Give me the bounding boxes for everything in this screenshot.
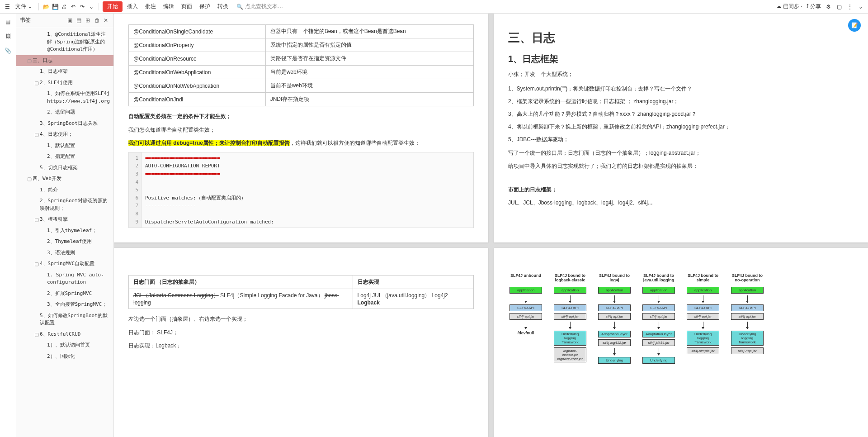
- heading-2: 1、日志框架: [508, 53, 854, 65]
- print-icon[interactable]: 🖨: [61, 3, 68, 10]
- code-block: 123456789 =========================AUTO-…: [128, 152, 474, 228]
- bookmark-item[interactable]: 2、Thymeleaf使用: [16, 236, 113, 247]
- bookmark-item[interactable]: 1、日志框架: [16, 66, 113, 77]
- document-page: 日志门面 （日志的抽象层） 日志实现 JCL（Jakarta Commons L…: [114, 248, 488, 437]
- doc-text: 日志门面： SLF4J；: [128, 328, 474, 338]
- doc-text: 小张；开发一个大型系统；: [508, 70, 854, 80]
- expand-icon[interactable]: ▤: [76, 17, 83, 24]
- more-icon[interactable]: ⌄: [88, 3, 95, 10]
- bookmark-item[interactable]: 5、切换日志框架: [16, 162, 113, 174]
- add-bookmark-icon[interactable]: ▣: [67, 17, 74, 24]
- bookmark-item[interactable]: ▢6、RestfulCRUD: [16, 329, 113, 340]
- settings-icon[interactable]: ⚙: [825, 3, 832, 10]
- bookmarks-icon[interactable]: ▤: [4, 17, 13, 26]
- document-page: SLF4J unbound application SLF4J API slf4…: [494, 248, 868, 437]
- bookmark-item[interactable]: 2）、国际化: [16, 351, 113, 362]
- doc-text: 市面上的日志框架；: [508, 185, 854, 195]
- doc-text: 左边选一个门面（抽象层）、右边来选一个实现；: [128, 314, 474, 324]
- bookmark-item[interactable]: 3、全面接管SpringMVC；: [16, 299, 113, 310]
- main-toolbar: ☰ 文件 ⌄ 📂 💾 🖨 ↶ ↷ ⌄ 开始 插入 批注 编辑 页面 保护 转换 …: [0, 0, 868, 14]
- left-rail: ▤ 🖼 📎: [0, 14, 16, 437]
- tab-start[interactable]: 开始: [103, 1, 123, 12]
- search-box[interactable]: 🔍 点此查找文本…: [236, 3, 283, 10]
- tab-convert[interactable]: 转换: [215, 2, 231, 11]
- redo-icon[interactable]: ↷: [79, 3, 86, 10]
- doc-text: JUL、JCL、Jboss-logging、logback、log4j、log4…: [508, 198, 854, 208]
- bookmark-item[interactable]: 1、@Conditional派生注解（Spring注解版原生的@Conditio…: [16, 29, 113, 55]
- bookmark-item[interactable]: 5、如何修改SpringBoot的默认配置: [16, 310, 113, 329]
- bookmark-item[interactable]: 2、遗留问题: [16, 107, 113, 118]
- bookmark-item[interactable]: 3、SpringBoot日志关系: [16, 118, 113, 129]
- bookmark-item[interactable]: ▢四、Web开发: [16, 173, 113, 185]
- bookmark-item[interactable]: 1、引入thymeleaf；: [16, 225, 113, 237]
- bookmark-item[interactable]: 1）、默认访问首页: [16, 340, 113, 351]
- delete-icon[interactable]: 🗑: [94, 17, 101, 24]
- window-icon[interactable]: ▢: [835, 3, 843, 10]
- close-sidebar-icon[interactable]: ✕: [104, 17, 110, 24]
- attachments-icon[interactable]: 📎: [4, 46, 13, 55]
- tab-edit[interactable]: 编辑: [160, 2, 177, 11]
- doc-text: 日志实现：Logback；: [128, 341, 474, 351]
- bookmark-tree: 1、@Conditional派生注解（Spring注解版原生的@Conditio…: [16, 27, 113, 437]
- bookmark-item[interactable]: 1、简介: [16, 185, 113, 196]
- search-icon: 🔍: [236, 4, 243, 10]
- doc-text: 给项目中导入具体的日志实现就行了；我们之前的日志框架都是实现的抽象层；: [508, 162, 854, 171]
- open-icon[interactable]: 📂: [42, 3, 50, 10]
- menu-icon[interactable]: ☰: [4, 3, 11, 10]
- doc-text: 我们可以通过启用 debug=true属性；来让控制台打印自动配置报告，这样我们…: [128, 138, 474, 148]
- doc-text: 我们怎么知道哪些自动配置类生效；: [128, 125, 474, 135]
- tab-comment[interactable]: 批注: [142, 2, 159, 11]
- bookmark-item[interactable]: 2、SpringBoot对静态资源的映射规则；: [16, 195, 113, 214]
- heading-1: 三、日志: [508, 30, 854, 46]
- bookmark-item[interactable]: ▢2、SLF4j使用: [16, 77, 113, 89]
- float-action-button[interactable]: 📝: [848, 19, 861, 32]
- bookmark-item[interactable]: ▢4、日志使用；: [16, 129, 113, 140]
- log-framework-table: 日志门面 （日志的抽象层） 日志实现 JCL（Jakarta Commons L…: [128, 275, 474, 309]
- bookmark-item[interactable]: ▢4、SpringMVC自动配置: [16, 258, 113, 270]
- tab-page[interactable]: 页面: [179, 2, 195, 11]
- dropdown-icon[interactable]: ⌄: [857, 3, 864, 10]
- bookmark-item[interactable]: 2、指定配置: [16, 151, 113, 162]
- bookmark-item[interactable]: ▢三、日志: [16, 55, 113, 66]
- undo-icon[interactable]: ↶: [70, 3, 77, 10]
- bookmark-item[interactable]: 1. Spring MVC auto-configuration: [16, 270, 113, 288]
- bookmark-item[interactable]: 1、如何在系统中使用SLF4j https://www.slf4j.org: [16, 88, 113, 107]
- bookmark-item[interactable]: 3、语法规则: [16, 247, 113, 259]
- bookmark-item[interactable]: 1、默认配置: [16, 140, 113, 152]
- document-page: 三、日志 1、日志框架 小张；开发一个大型系统； 1、System.out.pr…: [494, 14, 868, 242]
- share-button[interactable]: ⤴ 分享: [806, 3, 821, 10]
- thumbnails-icon[interactable]: 🖼: [4, 32, 13, 41]
- bookmarks-sidebar: 书签 ▣ ▤ ⊞ 🗑 ✕ 1、@Conditional派生注解（Spring注解…: [16, 14, 114, 437]
- tab-insert[interactable]: 插入: [124, 2, 141, 11]
- document-page: @ConditionalOnSingleCandidate容器中只有一个指定的B…: [114, 14, 488, 242]
- tab-protect[interactable]: 保护: [197, 2, 213, 11]
- save-icon[interactable]: 💾: [52, 3, 59, 10]
- collapse-icon[interactable]: ⊞: [85, 17, 92, 24]
- sidebar-title: 书签: [20, 16, 64, 24]
- document-content[interactable]: 📝 @ConditionalOnSingleCandidate容器中只有一个指定…: [114, 14, 868, 437]
- more-menu-icon[interactable]: ⋮: [846, 3, 854, 10]
- file-menu[interactable]: 文件 ⌄: [13, 2, 35, 11]
- sync-status[interactable]: ☁ 已同步 ·: [776, 3, 802, 10]
- slf4j-diagram: SLF4J unbound application SLF4J API slf4…: [508, 273, 854, 364]
- conditional-table: @ConditionalOnSingleCandidate容器中只有一个指定的B…: [128, 24, 474, 106]
- bookmark-item[interactable]: 2、扩展SpringMVC: [16, 288, 113, 299]
- doc-text: 自动配置类必须在一定的条件下才能生效；: [128, 112, 474, 122]
- bookmark-item[interactable]: ▢3、模板引擎: [16, 214, 113, 225]
- doc-text: 写了一个统一的接口层；日志门面（日志的一个抽象层）；logging-abstra…: [508, 148, 854, 158]
